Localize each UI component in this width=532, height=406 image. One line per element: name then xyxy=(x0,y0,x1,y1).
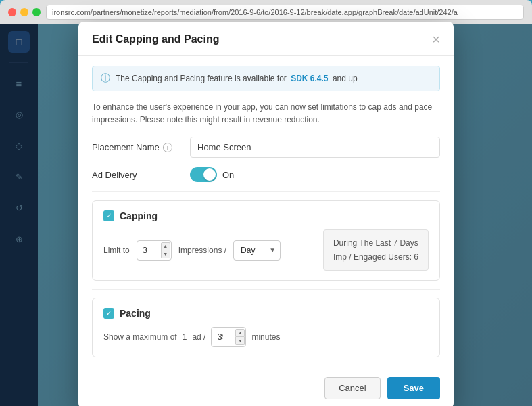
ad-delivery-status: On xyxy=(222,170,234,180)
limit-up-btn[interactable]: ▲ xyxy=(161,242,170,250)
description-text: To enhance the user's experience in your… xyxy=(92,101,440,126)
app-container: □ ≡ ◎ ◇ ✎ ↺ ⊕ Edit Capping and Pacing × … xyxy=(0,24,532,406)
modal-overlay: Edit Capping and Pacing × ⓘ The Capping … xyxy=(0,24,532,406)
toggle-container: On xyxy=(190,167,234,182)
minutes-input-wrap: ▲ ▼ xyxy=(211,327,246,347)
browser-chrome: ironsrc.com/partners/monetize/reports/me… xyxy=(0,0,532,24)
modal-close-button[interactable]: × xyxy=(432,32,440,46)
section-divider-1 xyxy=(92,191,440,192)
pacing-ad-label: ad / xyxy=(192,332,205,342)
modal-title: Edit Capping and Pacing xyxy=(92,33,219,45)
ad-delivery-label: Ad Delivery xyxy=(92,170,190,180)
placement-info-icon: i xyxy=(163,143,172,152)
dot-green[interactable] xyxy=(32,8,41,16)
capping-check-icon: ✓ xyxy=(106,212,112,219)
pacing-header: ✓ Pacing xyxy=(103,308,429,319)
limit-down-btn[interactable]: ▼ xyxy=(161,250,170,258)
placement-name-label: Placement Name i xyxy=(92,142,190,152)
info-icon: ⓘ xyxy=(101,72,110,85)
section-divider-2 xyxy=(92,289,440,290)
limit-input-wrap: ▲ ▼ xyxy=(137,240,172,261)
minutes-down-btn[interactable]: ▼ xyxy=(235,337,245,345)
toggle-knob xyxy=(203,168,216,181)
pacing-check-icon: ✓ xyxy=(106,310,112,317)
minutes-up-btn[interactable]: ▲ xyxy=(235,329,245,337)
pacing-show-value: 1 xyxy=(183,332,187,342)
info-text: The Capping and Pacing feature is availa… xyxy=(116,74,358,83)
pacing-checkbox[interactable]: ✓ xyxy=(103,308,114,319)
modal-body: To enhance the user's experience in your… xyxy=(78,91,454,367)
ad-delivery-row: Ad Delivery On xyxy=(92,167,440,182)
traffic-lights xyxy=(8,8,41,16)
capping-checkbox[interactable]: ✓ xyxy=(103,210,114,221)
stats-line2: Imp / Engaged Users: 6 xyxy=(333,250,418,264)
pacing-show-label: Show a maximum of xyxy=(103,332,177,342)
stats-box: During The Last 7 Days Imp / Engaged Use… xyxy=(323,229,429,271)
impressions-label: Impressions / xyxy=(178,246,226,255)
dot-red[interactable] xyxy=(8,8,16,16)
pacing-controls: Show a maximum of 1 ad / ▲ ▼ minutes xyxy=(103,327,429,347)
modal-footer: Cancel Save xyxy=(78,367,454,406)
stats-line1: During The Last 7 Days xyxy=(333,236,418,250)
dot-yellow[interactable] xyxy=(20,8,28,16)
pacing-title: Pacing xyxy=(120,308,151,319)
limit-label: Limit to xyxy=(103,246,130,255)
minutes-spinners: ▲ ▼ xyxy=(235,329,245,345)
modal-header: Edit Capping and Pacing × xyxy=(78,22,454,56)
url-bar[interactable]: ironsrc.com/partners/monetize/reports/me… xyxy=(46,5,524,20)
placement-name-input[interactable] xyxy=(190,137,440,158)
info-banner: ⓘ The Capping and Pacing feature is avai… xyxy=(92,66,440,91)
period-select[interactable]: Day Week Month xyxy=(233,240,281,261)
limit-spinners: ▲ ▼ xyxy=(161,242,170,258)
capping-section: ✓ Capping Limit to ▲ ▼ xyxy=(92,200,440,281)
placement-name-row: Placement Name i xyxy=(92,137,440,158)
sdk-version-link[interactable]: SDK 6.4.5 xyxy=(291,74,328,83)
minutes-label: minutes xyxy=(251,332,280,342)
pacing-section: ✓ Pacing Show a maximum of 1 ad / ▲ xyxy=(92,298,440,357)
period-select-wrap: Day Week Month ▼ xyxy=(233,240,281,261)
capping-title: Capping xyxy=(120,210,158,221)
save-button[interactable]: Save xyxy=(387,377,440,399)
capping-header: ✓ Capping xyxy=(103,210,429,221)
ad-delivery-toggle[interactable] xyxy=(190,167,217,182)
capping-controls: Limit to ▲ ▼ Impressions / xyxy=(103,229,429,271)
cancel-button[interactable]: Cancel xyxy=(324,377,380,399)
modal: Edit Capping and Pacing × ⓘ The Capping … xyxy=(78,22,454,406)
